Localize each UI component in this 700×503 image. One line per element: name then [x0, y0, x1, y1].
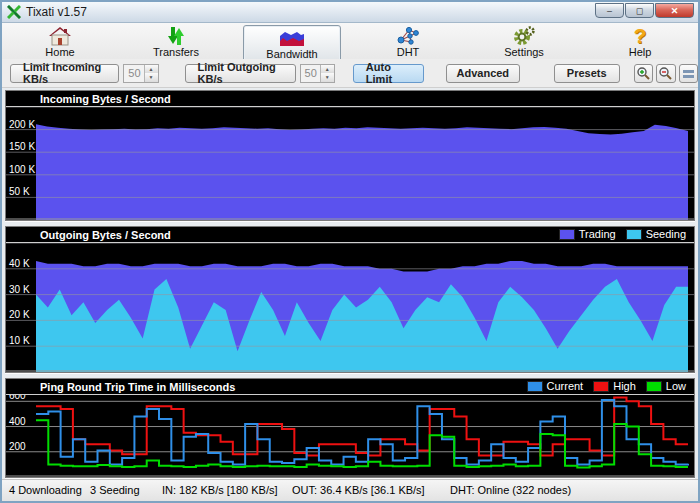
tab-home[interactable]: Home — [2, 23, 118, 59]
tab-dht-label: DHT — [397, 46, 420, 58]
incoming-limit-value: 50 — [124, 67, 143, 79]
limit-outgoing-button[interactable]: Limit Outgoing KB/s — [185, 64, 296, 83]
limits-toolbar: Limit Incoming KB/s 50 ▲ ▼ Limit Outgoin… — [2, 59, 698, 88]
presets-button[interactable]: Presets — [554, 64, 620, 83]
tab-transfers-label: Transfers — [153, 46, 199, 58]
transfers-icon — [164, 25, 188, 46]
svg-text:400: 400 — [9, 416, 26, 427]
svg-text:150 K: 150 K — [9, 141, 35, 152]
svg-text:40 K: 40 K — [9, 258, 30, 269]
low-legend-label: Low — [666, 380, 686, 392]
settings-icon — [512, 25, 536, 46]
ping-graph-chart: 600400200 — [6, 395, 694, 477]
outgoing-graph-chart: 50 K40 K30 K20 K10 K — [6, 243, 694, 372]
spin-down-icon[interactable]: ▼ — [145, 73, 158, 82]
bandwidth-icon — [279, 27, 305, 48]
trading-legend-label: Trading — [579, 228, 616, 240]
tab-transfers[interactable]: Transfers — [118, 23, 234, 59]
tab-bandwidth[interactable]: Bandwidth — [234, 23, 350, 59]
tab-dht[interactable]: DHT — [350, 23, 466, 59]
outgoing-graph-header: Outgoing Bytes / Second Trading Seeding — [6, 227, 694, 243]
home-icon — [48, 25, 72, 46]
high-legend-label: High — [613, 380, 636, 392]
tab-home-label: Home — [45, 46, 74, 58]
svg-text:600: 600 — [9, 395, 26, 401]
minimize-button[interactable]: – — [595, 3, 624, 18]
status-in-rate: IN: 182 KB/s [180 KB/s] — [162, 484, 278, 496]
outgoing-graph-panel: Outgoing Bytes / Second Trading Seeding … — [5, 226, 695, 373]
low-legend-swatch — [646, 381, 662, 392]
incoming-graph-panel: Incoming Bytes / Second 250 K200 K150 K1… — [5, 90, 695, 221]
status-out-rate: OUT: 36.4 KB/s [36.1 KB/s] — [292, 484, 425, 496]
svg-text:50 K: 50 K — [9, 186, 30, 197]
tixati-logo-icon — [7, 5, 21, 19]
help-icon: ? — [634, 25, 647, 46]
svg-text:100 K: 100 K — [9, 164, 35, 175]
limit-incoming-button[interactable]: Limit Incoming KB/s — [10, 64, 119, 83]
spin-up-icon[interactable]: ▲ — [321, 65, 334, 74]
tab-help-label: Help — [629, 46, 652, 58]
incoming-graph-title: Incoming Bytes / Second — [40, 93, 171, 105]
app-window: Tixati v1.57 – ◻ ✕ Home — [0, 0, 700, 503]
trading-legend-swatch — [559, 229, 575, 240]
incoming-graph-header: Incoming Bytes / Second — [6, 91, 694, 107]
title-bar[interactable]: Tixati v1.57 – ◻ ✕ — [2, 2, 698, 23]
graph-options-button[interactable] — [679, 64, 698, 83]
close-button[interactable]: ✕ — [655, 3, 694, 18]
zoom-in-icon — [636, 66, 651, 81]
seeding-legend-swatch — [626, 229, 642, 240]
zoom-out-icon — [658, 66, 673, 81]
high-legend-swatch — [593, 381, 609, 392]
current-legend-label: Current — [547, 380, 584, 392]
svg-text:30 K: 30 K — [9, 284, 30, 295]
ping-graph-title: Ping Round Trip Time in Milliseconds — [40, 381, 235, 393]
window-title: Tixati v1.57 — [26, 5, 87, 19]
tab-settings-label: Settings — [504, 46, 544, 58]
spin-down-icon[interactable]: ▼ — [321, 73, 334, 82]
zoom-out-button[interactable] — [656, 64, 675, 83]
current-legend-swatch — [527, 381, 543, 392]
maximize-button[interactable]: ◻ — [625, 3, 654, 18]
svg-text:10 K: 10 K — [9, 335, 30, 346]
ping-graph-header: Ping Round Trip Time in Milliseconds Cur… — [6, 379, 694, 395]
dht-icon — [396, 25, 420, 46]
svg-text:200 K: 200 K — [9, 119, 35, 130]
spin-up-icon[interactable]: ▲ — [145, 65, 158, 74]
outgoing-limit-value: 50 — [301, 67, 320, 79]
zoom-in-button[interactable] — [634, 64, 653, 83]
auto-limit-button[interactable]: Auto Limit — [353, 64, 424, 83]
incoming-limit-spinner[interactable]: 50 ▲ ▼ — [123, 64, 158, 83]
incoming-graph-chart: 250 K200 K150 K100 K50 K — [6, 107, 694, 220]
ping-graph-panel: Ping Round Trip Time in Milliseconds Cur… — [5, 378, 695, 478]
graph-options-icon — [681, 66, 696, 81]
outgoing-graph-legend: Trading Seeding — [559, 228, 686, 240]
outgoing-graph-title: Outgoing Bytes / Second — [40, 229, 171, 241]
seeding-legend-label: Seeding — [646, 228, 686, 240]
outgoing-limit-spinner[interactable]: 50 ▲ ▼ — [300, 64, 335, 83]
tab-help[interactable]: ? Help — [582, 23, 698, 59]
main-toolbar: Home Transfers — [2, 23, 698, 59]
status-dht: DHT: Online (322 nodes) — [450, 484, 571, 496]
svg-text:200: 200 — [9, 441, 26, 452]
tab-settings[interactable]: Settings — [466, 23, 582, 59]
svg-text:20 K: 20 K — [9, 309, 30, 320]
status-downloading: 4 Downloading — [9, 484, 82, 496]
status-seeding: 3 Seeding — [90, 484, 140, 496]
advanced-button[interactable]: Advanced — [446, 64, 520, 83]
ping-graph-legend: Current High Low — [527, 380, 687, 392]
status-bar: 4 Downloading 3 Seeding IN: 182 KB/s [18… — [2, 479, 698, 501]
